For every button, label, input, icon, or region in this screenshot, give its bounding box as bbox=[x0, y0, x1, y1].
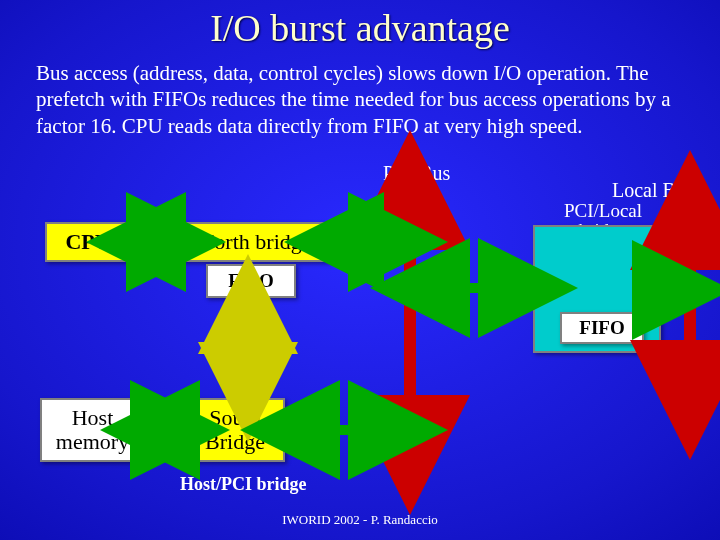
slide-title: I/O burst advantage bbox=[0, 6, 720, 50]
fifo-box-2: FIFO bbox=[560, 312, 644, 344]
slide-footer: IWORID 2002 - P. Randaccio bbox=[0, 512, 720, 528]
body-paragraph: Bus access (address, data, control cycle… bbox=[36, 60, 684, 139]
cpu-box: CPU bbox=[45, 222, 131, 262]
north-bridge-box: North bridge bbox=[180, 222, 330, 262]
local-bus-label: Local Bus bbox=[612, 179, 694, 202]
south-bridge-box: South Bridge bbox=[185, 398, 285, 462]
host-memory-box: Host memory bbox=[40, 398, 145, 462]
fifo-box-1: FIFO bbox=[206, 264, 296, 298]
pci-bus-label: PCI Bus bbox=[383, 162, 450, 185]
host-pci-bridge-label: Host/PCI bridge bbox=[180, 474, 307, 495]
